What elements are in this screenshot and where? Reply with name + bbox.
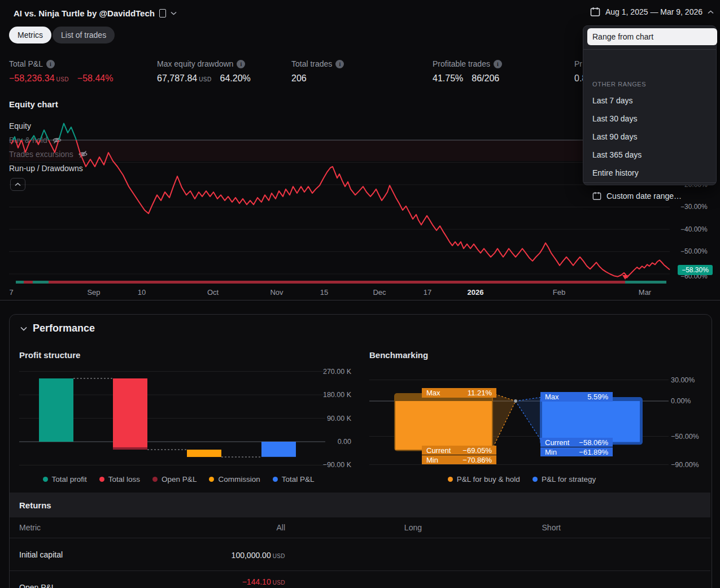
menu-divider bbox=[583, 182, 716, 183]
menu-item-range-from-chart[interactable]: Range from chart bbox=[587, 28, 717, 45]
buyhold-min-chip: Min bbox=[422, 455, 459, 464]
info-icon[interactable]: i bbox=[494, 60, 502, 68]
returns-row-value: 100,000.00USD bbox=[172, 551, 285, 560]
profit-structure-legend: Total profitTotal lossOpen P&LCommission… bbox=[9, 475, 348, 484]
returns-section-header[interactable]: Returns bbox=[10, 493, 710, 517]
bench-y-tick: 0.00% bbox=[671, 397, 691, 405]
menu-section-label: OTHER RANGES bbox=[592, 81, 646, 88]
performance-title: Performance bbox=[33, 323, 95, 334]
equity-x-tick: 17 bbox=[424, 288, 431, 297]
page-title: AI vs. Ninja Turtle by @DaviddTech bbox=[14, 8, 155, 18]
chevron-up-icon bbox=[708, 10, 714, 14]
menu-divider bbox=[583, 49, 716, 50]
stat-value-0: −58,236.34USD−58.44% bbox=[9, 73, 113, 84]
legend-item-total-p-l[interactable]: Total P&L bbox=[273, 475, 315, 484]
buyhold-current-chip: Current bbox=[422, 446, 459, 455]
benchmarking-chart bbox=[369, 374, 674, 470]
legend-item-p-l-for-buy-hold[interactable]: P&L for buy & hold bbox=[448, 475, 520, 484]
bench-y-tick: −50.00% bbox=[671, 433, 699, 441]
equity-x-tick: 10 bbox=[138, 288, 146, 297]
legend-item-total-loss[interactable]: Total loss bbox=[99, 475, 140, 484]
equity-current-value-badge: −58.30% bbox=[678, 265, 713, 275]
stat-label-0: Total P&Li bbox=[9, 59, 55, 68]
equity-x-tick: Mar bbox=[639, 288, 651, 297]
strategy-max-chip: Max bbox=[540, 392, 576, 402]
returns-title: Returns bbox=[19, 500, 51, 510]
stat-value-3: 41.75%86/206 bbox=[433, 73, 499, 84]
info-icon[interactable]: i bbox=[46, 60, 55, 68]
bench-y-tick: 30.00% bbox=[671, 376, 695, 384]
legend-dot bbox=[99, 477, 104, 482]
stat-label-3: Profitable tradesi bbox=[433, 59, 502, 68]
benchmarking-legend: P&L for buy & holdP&L for strategy bbox=[369, 475, 674, 484]
profit-structure-chart bbox=[9, 364, 325, 474]
equity-chart-plot bbox=[9, 119, 672, 285]
equity-chart-title: Equity chart bbox=[9, 99, 58, 109]
stat-label-text: Max equity drawdown bbox=[157, 59, 233, 68]
menu-item-entire-history[interactable]: Entire history bbox=[583, 164, 716, 182]
menu-item-custom-date-range[interactable]: Custom date range… bbox=[583, 187, 716, 205]
buyhold-max-value: 11.21% bbox=[455, 388, 496, 398]
strategy-min-chip: Min bbox=[540, 447, 576, 456]
tab-list-of-trades[interactable]: List of trades bbox=[53, 27, 115, 43]
profit-y-tick: 270.00 K bbox=[316, 368, 351, 376]
missing-glyph-badge bbox=[159, 9, 166, 18]
stat-value-1: 67,787.84USD64.20% bbox=[157, 73, 251, 84]
stat-label-1: Max equity drawdowni bbox=[157, 59, 245, 68]
profit-structure-title: Profit structure bbox=[19, 350, 80, 360]
stat-label-text: Total P&L bbox=[9, 59, 43, 68]
date-range-control[interactable]: Aug 1, 2025 — Mar 9, 2026 bbox=[590, 7, 714, 17]
equity-y-tick: −50.00% bbox=[680, 247, 717, 255]
profit-y-tick: 0.00 bbox=[316, 438, 351, 446]
profit-y-tick: 180.00 K bbox=[316, 391, 351, 399]
profit-y-tick: −90.00 K bbox=[316, 461, 351, 469]
strategy-max-value: 5.59% bbox=[573, 392, 613, 402]
calendar-icon bbox=[592, 191, 601, 201]
legend-dot bbox=[209, 477, 214, 482]
column-header-short: Short bbox=[493, 523, 561, 532]
equity-x-tick: Sep bbox=[87, 288, 100, 297]
buyhold-current-value: −69.05% bbox=[455, 446, 496, 455]
legend-item-total-profit[interactable]: Total profit bbox=[43, 475, 87, 484]
menu-item-last-30-days[interactable]: Last 30 days bbox=[583, 110, 716, 128]
menu-item-last-90-days[interactable]: Last 90 days bbox=[583, 128, 716, 146]
strategy-min-value: −61.89% bbox=[573, 447, 613, 456]
stat-label-4: Pr bbox=[574, 59, 582, 68]
legend-item-commission[interactable]: Commission bbox=[209, 475, 260, 484]
returns-row-metric: Initial capital bbox=[19, 550, 63, 559]
bench-y-tick: −90.00% bbox=[671, 461, 699, 469]
equity-x-tick: Dec bbox=[373, 288, 386, 297]
column-header-long: Long bbox=[354, 523, 422, 532]
strategy-current-value: −58.06% bbox=[573, 438, 613, 447]
strategy-title-row[interactable]: AI vs. Ninja Turtle by @DaviddTech bbox=[14, 8, 177, 18]
legend-dot bbox=[448, 477, 453, 482]
section-divider bbox=[0, 300, 720, 300]
legend-dot bbox=[533, 477, 538, 482]
equity-x-tick: 15 bbox=[320, 288, 328, 297]
tab-metrics[interactable]: Metrics bbox=[9, 27, 51, 43]
equity-x-tick: Oct bbox=[207, 288, 219, 297]
benchmarking-title: Benchmarking bbox=[369, 350, 428, 360]
info-icon[interactable]: i bbox=[237, 60, 245, 68]
stat-label-text: Profitable trades bbox=[433, 59, 490, 68]
stat-value-2: 206 bbox=[291, 73, 307, 84]
legend-dot bbox=[43, 477, 48, 482]
returns-row-metric: Open P&L bbox=[19, 583, 56, 588]
chevron-down-icon bbox=[20, 326, 27, 331]
equity-y-tick: −40.00% bbox=[680, 225, 717, 233]
menu-item-last-365-days[interactable]: Last 365 days bbox=[583, 146, 716, 164]
date-range-label: Aug 1, 2025 — Mar 9, 2026 bbox=[605, 7, 702, 16]
row-divider bbox=[10, 538, 710, 538]
buyhold-max-chip: Max bbox=[422, 388, 459, 398]
menu-item-last-7-days[interactable]: Last 7 days bbox=[583, 92, 716, 110]
equity-x-tick: Feb bbox=[553, 288, 565, 297]
legend-item-open-p-l[interactable]: Open P&L bbox=[152, 475, 197, 484]
row-divider bbox=[10, 570, 710, 571]
equity-x-tick: Nov bbox=[270, 288, 283, 297]
strategy-current-chip: Current bbox=[540, 438, 576, 447]
profit-y-tick: 90.00 K bbox=[316, 415, 351, 423]
equity-x-tick: 2026 bbox=[468, 288, 484, 297]
performance-header[interactable]: Performance bbox=[20, 323, 95, 334]
info-icon[interactable]: i bbox=[335, 60, 344, 68]
legend-item-p-l-for-strategy[interactable]: P&L for strategy bbox=[533, 475, 596, 484]
